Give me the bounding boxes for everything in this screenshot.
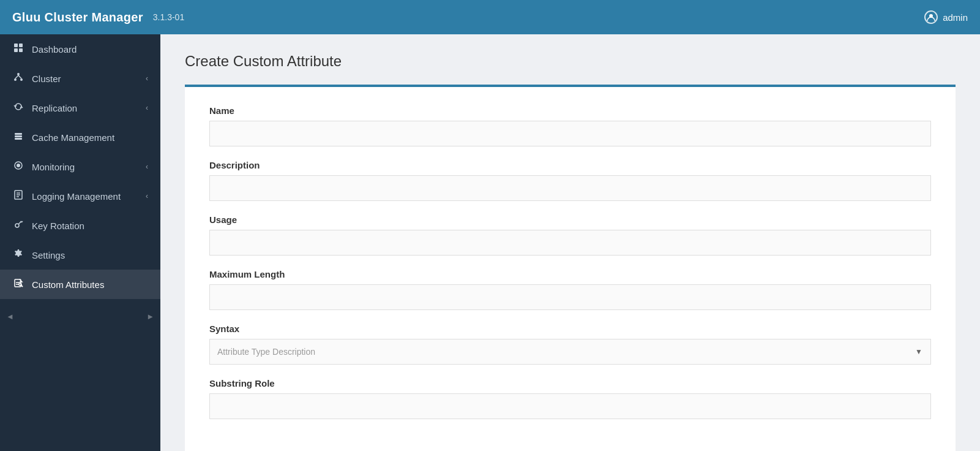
replication-icon	[12, 102, 24, 114]
svg-rect-2	[19, 44, 23, 47]
sidebar-item-custom-attributes-label: Custom Attributes	[32, 279, 148, 290]
main-content: Create Custom Attribute Name Description…	[160, 34, 980, 451]
sidebar-item-dashboard-label: Dashboard	[32, 44, 148, 55]
usage-label: Usage	[209, 214, 931, 225]
name-input[interactable]	[209, 121, 931, 146]
sidebar-item-dashboard[interactable]: Dashboard	[0, 34, 160, 64]
sidebar-item-replication-label: Replication	[32, 103, 138, 113]
svg-line-9	[18, 75, 21, 78]
svg-rect-3	[14, 48, 18, 52]
monitoring-chevron-icon: ‹	[146, 162, 148, 171]
syntax-select[interactable]: Attribute Type Description	[209, 339, 931, 365]
cluster-chevron-icon: ‹	[146, 74, 148, 83]
sidebar-item-key-rotation[interactable]: Key Rotation	[0, 211, 160, 240]
topbar-left: Gluu Cluster Manager 3.1.3-01	[12, 10, 184, 25]
usage-field-group: Usage	[209, 214, 931, 256]
topbar-right: admin	[924, 10, 968, 24]
sidebar-item-logging-management[interactable]: Logging Management ‹	[0, 181, 160, 211]
form-card: Name Description Usage Maximum Length Sy…	[185, 85, 956, 451]
svg-line-20	[20, 221, 21, 222]
sidebar-item-settings-label: Settings	[32, 250, 148, 260]
logging-icon	[12, 190, 24, 202]
sidebar-item-monitoring-label: Monitoring	[32, 162, 138, 172]
settings-icon	[12, 249, 24, 261]
cluster-icon	[12, 72, 24, 85]
maximum-length-label: Maximum Length	[209, 269, 931, 279]
svg-point-7	[20, 78, 23, 81]
sidebar-item-logging-label: Logging Management	[32, 191, 138, 202]
syntax-field-group: Syntax Attribute Type Description	[209, 324, 931, 365]
description-label: Description	[209, 160, 931, 170]
description-field-group: Description	[209, 160, 931, 201]
key-rotation-icon	[12, 219, 24, 232]
sidebar: Dashboard Cluster ‹	[0, 34, 160, 451]
layout: Dashboard Cluster ‹	[0, 34, 980, 451]
svg-line-21	[21, 221, 23, 222]
sidebar-scroll-left-arrow[interactable]: ◄	[6, 312, 14, 321]
svg-rect-1	[14, 44, 18, 47]
topbar: Gluu Cluster Manager 3.1.3-01 admin	[0, 0, 980, 34]
logging-chevron-icon: ‹	[146, 192, 148, 200]
sidebar-item-custom-attributes[interactable]: Custom Attributes	[0, 270, 160, 299]
page-title: Create Custom Attribute	[185, 53, 956, 70]
app-version: 3.1.3-01	[153, 12, 184, 22]
app-title: Gluu Cluster Manager	[12, 10, 143, 25]
svg-point-5	[17, 73, 20, 75]
syntax-label: Syntax	[209, 324, 931, 334]
syntax-select-wrapper: Attribute Type Description	[209, 339, 931, 365]
monitoring-icon	[12, 161, 24, 173]
replication-chevron-icon: ‹	[146, 104, 148, 112]
sidebar-item-cache-management[interactable]: Cache Management	[0, 123, 160, 152]
name-field-group: Name	[209, 105, 931, 146]
svg-point-6	[14, 78, 17, 81]
svg-line-8	[15, 75, 18, 78]
substring-role-label: Substring Role	[209, 378, 931, 388]
description-input[interactable]	[209, 175, 931, 201]
name-label: Name	[209, 105, 931, 116]
svg-point-14	[17, 164, 20, 167]
sidebar-item-key-rotation-label: Key Rotation	[32, 221, 148, 231]
svg-rect-4	[19, 48, 23, 52]
usage-input[interactable]	[209, 230, 931, 256]
dashboard-icon	[12, 43, 24, 55]
sidebar-item-cluster[interactable]: Cluster ‹	[0, 64, 160, 93]
cache-icon	[12, 131, 24, 143]
sidebar-item-replication[interactable]: Replication ‹	[0, 93, 160, 123]
substring-role-field-group: Substring Role	[209, 378, 931, 419]
sidebar-item-monitoring[interactable]: Monitoring ‹	[0, 152, 160, 181]
admin-avatar-icon	[924, 10, 938, 24]
substring-role-input[interactable]	[209, 393, 931, 419]
admin-label: admin	[943, 12, 968, 23]
sidebar-item-cache-label: Cache Management	[32, 132, 148, 143]
sidebar-scroll-right-arrow[interactable]: ►	[146, 312, 154, 321]
svg-rect-12	[15, 138, 22, 140]
custom-attributes-icon	[12, 278, 24, 290]
svg-point-25	[19, 283, 21, 286]
svg-point-19	[15, 224, 19, 227]
svg-rect-10	[15, 133, 22, 135]
sidebar-item-cluster-label: Cluster	[32, 74, 138, 84]
maximum-length-field-group: Maximum Length	[209, 269, 931, 310]
svg-rect-11	[15, 135, 22, 137]
sidebar-item-settings[interactable]: Settings	[0, 240, 160, 270]
maximum-length-input[interactable]	[209, 284, 931, 310]
